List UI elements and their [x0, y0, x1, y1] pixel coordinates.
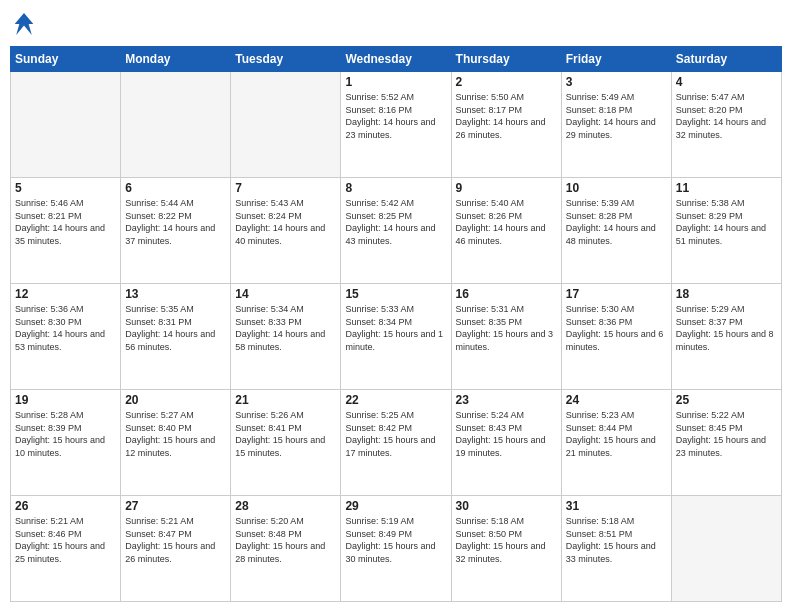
day-number: 22 [345, 393, 446, 407]
day-info: Sunrise: 5:44 AM Sunset: 8:22 PM Dayligh… [125, 197, 226, 247]
day-number: 11 [676, 181, 777, 195]
day-info: Sunrise: 5:46 AM Sunset: 8:21 PM Dayligh… [15, 197, 116, 247]
day-number: 30 [456, 499, 557, 513]
logo [10, 10, 42, 38]
calendar-table: SundayMondayTuesdayWednesdayThursdayFrid… [10, 46, 782, 602]
calendar-cell [231, 72, 341, 178]
header [10, 10, 782, 38]
day-info: Sunrise: 5:36 AM Sunset: 8:30 PM Dayligh… [15, 303, 116, 353]
day-number: 17 [566, 287, 667, 301]
day-number: 19 [15, 393, 116, 407]
calendar-week-row: 5Sunrise: 5:46 AM Sunset: 8:21 PM Daylig… [11, 178, 782, 284]
calendar-cell: 18Sunrise: 5:29 AM Sunset: 8:37 PM Dayli… [671, 284, 781, 390]
calendar-cell: 31Sunrise: 5:18 AM Sunset: 8:51 PM Dayli… [561, 496, 671, 602]
day-info: Sunrise: 5:30 AM Sunset: 8:36 PM Dayligh… [566, 303, 667, 353]
calendar-cell: 23Sunrise: 5:24 AM Sunset: 8:43 PM Dayli… [451, 390, 561, 496]
calendar-cell: 22Sunrise: 5:25 AM Sunset: 8:42 PM Dayli… [341, 390, 451, 496]
day-number: 20 [125, 393, 226, 407]
day-number: 6 [125, 181, 226, 195]
day-info: Sunrise: 5:18 AM Sunset: 8:50 PM Dayligh… [456, 515, 557, 565]
logo-icon [10, 10, 38, 38]
calendar-cell: 11Sunrise: 5:38 AM Sunset: 8:29 PM Dayli… [671, 178, 781, 284]
day-number: 28 [235, 499, 336, 513]
day-number: 12 [15, 287, 116, 301]
day-number: 4 [676, 75, 777, 89]
day-info: Sunrise: 5:29 AM Sunset: 8:37 PM Dayligh… [676, 303, 777, 353]
day-info: Sunrise: 5:25 AM Sunset: 8:42 PM Dayligh… [345, 409, 446, 459]
calendar-cell: 1Sunrise: 5:52 AM Sunset: 8:16 PM Daylig… [341, 72, 451, 178]
day-number: 25 [676, 393, 777, 407]
day-info: Sunrise: 5:22 AM Sunset: 8:45 PM Dayligh… [676, 409, 777, 459]
day-number: 23 [456, 393, 557, 407]
day-number: 14 [235, 287, 336, 301]
day-number: 21 [235, 393, 336, 407]
day-info: Sunrise: 5:31 AM Sunset: 8:35 PM Dayligh… [456, 303, 557, 353]
calendar-week-row: 1Sunrise: 5:52 AM Sunset: 8:16 PM Daylig… [11, 72, 782, 178]
day-number: 2 [456, 75, 557, 89]
calendar-cell: 20Sunrise: 5:27 AM Sunset: 8:40 PM Dayli… [121, 390, 231, 496]
day-info: Sunrise: 5:26 AM Sunset: 8:41 PM Dayligh… [235, 409, 336, 459]
calendar-cell: 24Sunrise: 5:23 AM Sunset: 8:44 PM Dayli… [561, 390, 671, 496]
day-number: 8 [345, 181, 446, 195]
calendar-cell: 5Sunrise: 5:46 AM Sunset: 8:21 PM Daylig… [11, 178, 121, 284]
day-number: 15 [345, 287, 446, 301]
calendar-cell: 15Sunrise: 5:33 AM Sunset: 8:34 PM Dayli… [341, 284, 451, 390]
day-info: Sunrise: 5:39 AM Sunset: 8:28 PM Dayligh… [566, 197, 667, 247]
calendar-cell: 28Sunrise: 5:20 AM Sunset: 8:48 PM Dayli… [231, 496, 341, 602]
calendar-cell: 9Sunrise: 5:40 AM Sunset: 8:26 PM Daylig… [451, 178, 561, 284]
day-number: 3 [566, 75, 667, 89]
calendar-week-row: 26Sunrise: 5:21 AM Sunset: 8:46 PM Dayli… [11, 496, 782, 602]
calendar-cell: 27Sunrise: 5:21 AM Sunset: 8:47 PM Dayli… [121, 496, 231, 602]
calendar-cell: 8Sunrise: 5:42 AM Sunset: 8:25 PM Daylig… [341, 178, 451, 284]
calendar-day-header: Sunday [11, 47, 121, 72]
day-info: Sunrise: 5:47 AM Sunset: 8:20 PM Dayligh… [676, 91, 777, 141]
day-info: Sunrise: 5:19 AM Sunset: 8:49 PM Dayligh… [345, 515, 446, 565]
calendar-day-header: Wednesday [341, 47, 451, 72]
day-info: Sunrise: 5:50 AM Sunset: 8:17 PM Dayligh… [456, 91, 557, 141]
calendar-cell: 6Sunrise: 5:44 AM Sunset: 8:22 PM Daylig… [121, 178, 231, 284]
calendar-header-row: SundayMondayTuesdayWednesdayThursdayFrid… [11, 47, 782, 72]
day-number: 5 [15, 181, 116, 195]
calendar-cell: 12Sunrise: 5:36 AM Sunset: 8:30 PM Dayli… [11, 284, 121, 390]
calendar-cell: 16Sunrise: 5:31 AM Sunset: 8:35 PM Dayli… [451, 284, 561, 390]
day-info: Sunrise: 5:20 AM Sunset: 8:48 PM Dayligh… [235, 515, 336, 565]
day-number: 16 [456, 287, 557, 301]
day-number: 7 [235, 181, 336, 195]
calendar-cell: 13Sunrise: 5:35 AM Sunset: 8:31 PM Dayli… [121, 284, 231, 390]
calendar-day-header: Thursday [451, 47, 561, 72]
calendar-cell: 7Sunrise: 5:43 AM Sunset: 8:24 PM Daylig… [231, 178, 341, 284]
page: SundayMondayTuesdayWednesdayThursdayFrid… [0, 0, 792, 612]
calendar-cell: 14Sunrise: 5:34 AM Sunset: 8:33 PM Dayli… [231, 284, 341, 390]
calendar-week-row: 12Sunrise: 5:36 AM Sunset: 8:30 PM Dayli… [11, 284, 782, 390]
day-info: Sunrise: 5:23 AM Sunset: 8:44 PM Dayligh… [566, 409, 667, 459]
calendar-cell: 2Sunrise: 5:50 AM Sunset: 8:17 PM Daylig… [451, 72, 561, 178]
day-info: Sunrise: 5:40 AM Sunset: 8:26 PM Dayligh… [456, 197, 557, 247]
calendar-cell: 25Sunrise: 5:22 AM Sunset: 8:45 PM Dayli… [671, 390, 781, 496]
day-info: Sunrise: 5:18 AM Sunset: 8:51 PM Dayligh… [566, 515, 667, 565]
day-number: 9 [456, 181, 557, 195]
calendar-day-header: Tuesday [231, 47, 341, 72]
calendar-cell: 29Sunrise: 5:19 AM Sunset: 8:49 PM Dayli… [341, 496, 451, 602]
calendar-cell: 17Sunrise: 5:30 AM Sunset: 8:36 PM Dayli… [561, 284, 671, 390]
day-info: Sunrise: 5:24 AM Sunset: 8:43 PM Dayligh… [456, 409, 557, 459]
day-number: 13 [125, 287, 226, 301]
calendar-cell: 19Sunrise: 5:28 AM Sunset: 8:39 PM Dayli… [11, 390, 121, 496]
calendar-cell: 26Sunrise: 5:21 AM Sunset: 8:46 PM Dayli… [11, 496, 121, 602]
day-info: Sunrise: 5:34 AM Sunset: 8:33 PM Dayligh… [235, 303, 336, 353]
day-number: 18 [676, 287, 777, 301]
day-number: 24 [566, 393, 667, 407]
calendar-cell [121, 72, 231, 178]
calendar-cell: 21Sunrise: 5:26 AM Sunset: 8:41 PM Dayli… [231, 390, 341, 496]
day-number: 1 [345, 75, 446, 89]
calendar-day-header: Saturday [671, 47, 781, 72]
calendar-day-header: Monday [121, 47, 231, 72]
calendar-cell [671, 496, 781, 602]
calendar-cell: 10Sunrise: 5:39 AM Sunset: 8:28 PM Dayli… [561, 178, 671, 284]
day-info: Sunrise: 5:52 AM Sunset: 8:16 PM Dayligh… [345, 91, 446, 141]
calendar-cell: 3Sunrise: 5:49 AM Sunset: 8:18 PM Daylig… [561, 72, 671, 178]
day-number: 10 [566, 181, 667, 195]
day-number: 27 [125, 499, 226, 513]
day-info: Sunrise: 5:35 AM Sunset: 8:31 PM Dayligh… [125, 303, 226, 353]
day-info: Sunrise: 5:43 AM Sunset: 8:24 PM Dayligh… [235, 197, 336, 247]
day-number: 29 [345, 499, 446, 513]
